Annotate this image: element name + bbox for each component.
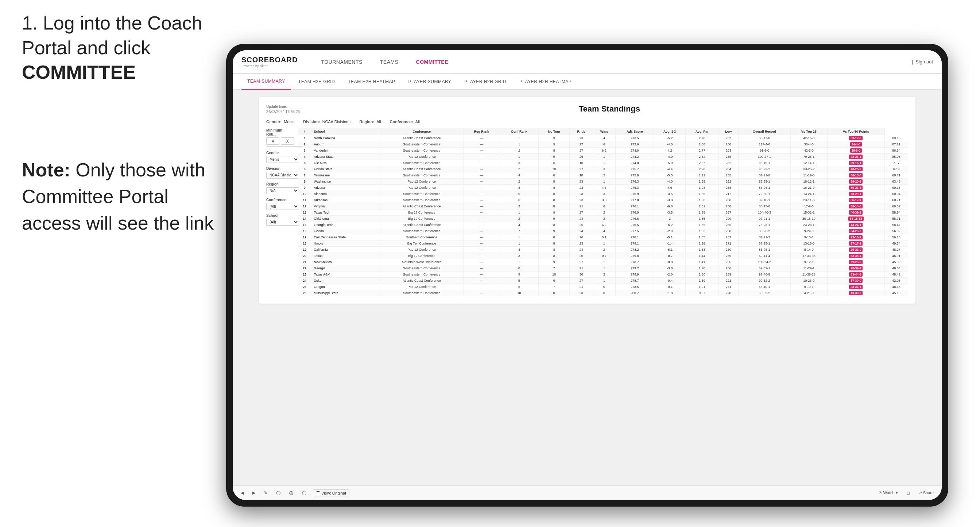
division-select[interactable]: NCAA Division I xyxy=(266,171,299,179)
toolbar-back[interactable]: ◀ xyxy=(239,490,246,496)
school-select[interactable]: (All) xyxy=(266,219,299,225)
table-cell: 1.85 xyxy=(686,222,719,228)
toolbar-forward[interactable]: ▶ xyxy=(250,490,258,496)
table-cell: 26 xyxy=(570,154,593,160)
school-filter-block: School (All) xyxy=(266,214,293,225)
logo-scoreboard: SCOREBOARD xyxy=(242,56,298,64)
toolbar-add[interactable]: ⨁ xyxy=(287,490,296,496)
nav-tournaments[interactable]: TOURNAMENTS xyxy=(312,50,371,74)
nav-committee[interactable]: COMMITTEE xyxy=(407,50,457,74)
sub-nav-team-summary[interactable]: TEAM SUMMARY xyxy=(242,74,291,90)
table-cell: 30 xyxy=(570,271,593,278)
table-cell: 1.98 xyxy=(686,185,719,191)
table-cell: 38-6-0 xyxy=(827,148,885,154)
table-cell: 21 xyxy=(570,284,593,290)
table-cell: 262 xyxy=(719,179,738,185)
table-cell: Texas Tech xyxy=(312,210,380,216)
watch-btn[interactable]: ☉ Watch ▾ xyxy=(877,490,900,496)
table-cell: 260 xyxy=(719,141,738,148)
table-cell: 6 xyxy=(593,141,616,148)
table-cell: 12 xyxy=(298,203,312,210)
table-cell: Southeastern Conference xyxy=(380,271,463,278)
table-cell: 8-14-0 xyxy=(790,247,827,253)
table-cell: 9 xyxy=(539,135,570,141)
table-cell: 1 xyxy=(500,241,539,247)
conference-select[interactable]: (All) xyxy=(266,203,299,210)
sub-nav-team-h2h-heatmap[interactable]: TEAM H2H HEATMAP xyxy=(342,74,401,90)
sub-nav-player-h2h-heatmap[interactable]: PLAYER H2H HEATMAP xyxy=(514,74,578,90)
table-cell: 56.02 xyxy=(885,228,908,234)
gender-select[interactable]: Men's xyxy=(266,156,299,163)
min-round-input-1[interactable] xyxy=(266,137,279,145)
table-cell: 83-15-0 xyxy=(738,203,791,210)
table-cell: 82-18-1 xyxy=(738,197,791,203)
table-cell: 13-15-0 xyxy=(790,241,827,247)
table-cell: 23 xyxy=(570,290,593,296)
table-cell: -4.4 xyxy=(654,166,686,172)
table-cell: 63-15-1 xyxy=(738,160,791,166)
sub-nav-player-h2h-grid[interactable]: PLAYER H2H GRID xyxy=(458,74,512,90)
toolbar-export[interactable]: ◻ xyxy=(905,490,912,496)
table-cell: 48.18 xyxy=(885,284,908,290)
table-cell: 82-25-1 xyxy=(738,241,791,247)
sign-out-link[interactable]: | Sign out xyxy=(912,59,933,65)
round-slider[interactable] xyxy=(266,146,303,147)
table-cell: Tennessee xyxy=(312,172,380,179)
toolbar-clock[interactable]: ◯ xyxy=(300,490,309,496)
table-cell: 48.27 xyxy=(885,247,908,253)
table-cell: 22 xyxy=(298,265,312,271)
region-select[interactable]: N/A xyxy=(266,187,299,194)
table-cell: -0.8 xyxy=(654,259,686,265)
table-header: # School Conference Reg Rank Conf Rank N… xyxy=(298,128,908,135)
table-cell: 3 xyxy=(500,203,539,210)
table-cell: 7 xyxy=(539,265,570,271)
toolbar-refresh[interactable]: ↻ xyxy=(262,490,269,496)
table-cell: 8 xyxy=(539,234,570,241)
table-cell: 2.37 xyxy=(686,160,719,166)
table-cell: 221 xyxy=(719,278,738,284)
table-cell: 1 xyxy=(593,265,616,271)
table-cell: 35-18-18 xyxy=(827,216,885,222)
share-btn[interactable]: ↗ Share xyxy=(916,490,936,496)
toolbar-share-btn[interactable]: ◯ xyxy=(274,490,283,496)
table-cell: 26 xyxy=(570,253,593,259)
table-cell: Southeastern Conference xyxy=(380,141,463,148)
table-cell: 279.1 xyxy=(615,241,654,247)
instruction-area: 1. Log into the Coach Portal and click C… xyxy=(22,11,234,96)
table-cell: 3.8 xyxy=(593,197,616,203)
min-round-input-2[interactable] xyxy=(281,137,294,145)
table-cell: 0.7 xyxy=(593,253,616,259)
table-cell: 89.13 xyxy=(885,135,908,141)
col-wins: Wins xyxy=(593,128,616,135)
view-original-btn[interactable]: ☰ View: Original xyxy=(313,489,349,496)
table-cell: 203 xyxy=(719,148,738,154)
table-cell: 29-21-0 xyxy=(827,247,885,253)
table-cell: 9 xyxy=(539,259,570,265)
table-cell: 45.89 xyxy=(885,259,908,265)
nav-teams[interactable]: TEAMS xyxy=(371,50,407,74)
table-cell: 58.47 xyxy=(885,222,908,228)
logo-area: SCOREBOARD Powered by clippd xyxy=(242,56,298,68)
table-cell: 276.6 xyxy=(615,216,654,222)
table-cell: 33-44-8 xyxy=(827,271,885,278)
sub-nav-team-h2h-grid[interactable]: TEAM H2H GRID xyxy=(293,74,341,90)
table-row: 24DukeAtlantic Coast Conference—59271278… xyxy=(298,278,908,284)
table-cell: 23 xyxy=(570,241,593,247)
table-cell: 265 xyxy=(719,154,738,160)
table-cell: 96-29-2 xyxy=(738,166,791,172)
table-cell: 19 xyxy=(298,247,312,253)
table-cell: 29-25-2 xyxy=(827,259,885,265)
table-cell: 277.0 xyxy=(615,197,654,203)
table-cell: 1.39 xyxy=(686,278,719,284)
table-cell: 9 xyxy=(500,271,539,278)
table-cell: 23-23-1 xyxy=(790,222,827,228)
table-cell: Texas xyxy=(312,253,380,259)
table-cell: Southeastern Conference xyxy=(380,265,463,271)
sub-nav-player-summary[interactable]: PLAYER SUMMARY xyxy=(402,74,457,90)
panel-body: Minimum Rou... Gender Men's xyxy=(266,128,908,296)
table-cell: -5.0 xyxy=(654,160,686,166)
table-cell: 0.97 xyxy=(686,290,719,296)
col-no-tour: No Tour xyxy=(539,128,570,135)
logo-sub: Powered by clippd xyxy=(242,64,298,68)
table-cell: 279.8 xyxy=(615,253,654,259)
